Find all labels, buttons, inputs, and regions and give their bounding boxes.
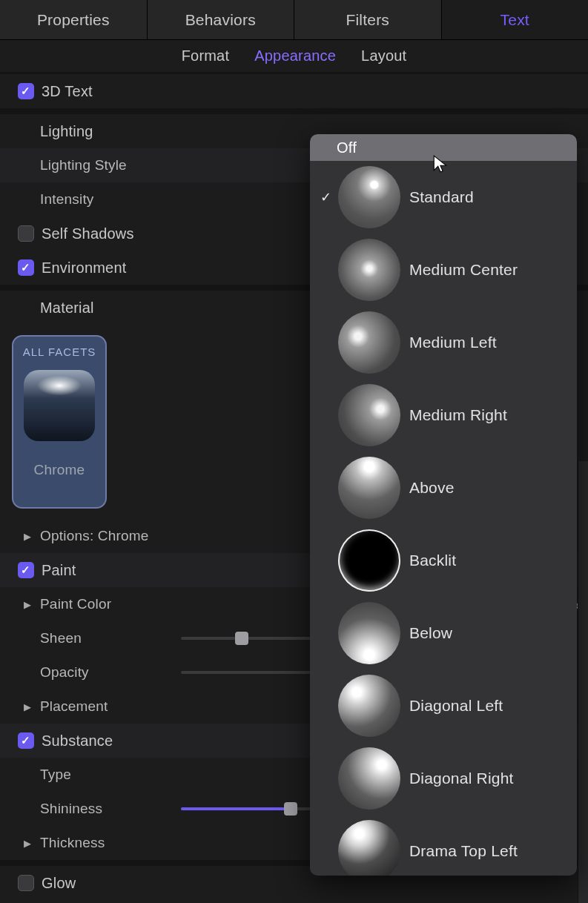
lighting-preview-sphere [338, 311, 400, 374]
label-substance: Substance [42, 732, 113, 750]
checkmark-icon: ✓ [317, 189, 335, 205]
popup-item-mcenter[interactable]: Medium Center [310, 234, 577, 306]
slider-opacity[interactable] [181, 671, 322, 674]
disclosure-icon: ▶ [22, 838, 33, 849]
text-subtabs: Format Appearance Layout [0, 40, 588, 74]
mouse-cursor-icon [432, 154, 451, 177]
lighting-preview-sphere [338, 166, 400, 228]
tab-filters[interactable]: Filters [294, 0, 442, 39]
popup-item-label: Below [409, 624, 452, 642]
material-well[interactable]: ALL FACETS Chrome [12, 335, 107, 509]
checkbox-self-shadows[interactable] [18, 225, 34, 242]
material-name: Chrome [34, 462, 85, 478]
checkbox-glow[interactable] [18, 875, 34, 891]
popup-item-above[interactable]: Above [310, 452, 577, 524]
lighting-style-popup: Off ✓StandardMedium CenterMedium LeftMed… [310, 134, 577, 876]
label-lighting-style: Lighting Style [40, 157, 127, 173]
popup-item-label: Above [409, 479, 455, 497]
slider-sheen[interactable] [181, 637, 322, 640]
popup-item-mleft[interactable]: Medium Left [310, 306, 577, 379]
popup-item-label: Off [337, 139, 357, 156]
slider-knob[interactable] [235, 632, 248, 645]
label-shininess: Shininess [40, 801, 181, 817]
popup-item-label: Diagonal Right [409, 770, 514, 787]
popup-item-below[interactable]: Below [310, 597, 577, 669]
right-edge-peek [578, 461, 588, 903]
label-sheen: Sheen [40, 630, 181, 646]
label-material: Material [40, 300, 94, 317]
material-thumbnail [24, 370, 95, 441]
popup-item-label: Medium Left [409, 334, 497, 351]
popup-item-label: Backlit [409, 552, 456, 569]
checkbox-substance[interactable] [18, 732, 34, 749]
label-paint: Paint [42, 562, 76, 579]
disclosure-icon: ▶ [22, 599, 33, 610]
subtab-layout[interactable]: Layout [361, 47, 406, 64]
subtab-format[interactable]: Format [182, 47, 230, 64]
label-glow: Glow [42, 875, 76, 892]
lighting-preview-sphere [338, 675, 400, 737]
lighting-preview-sphere [338, 820, 400, 876]
tab-text[interactable]: Text [442, 0, 589, 39]
tab-label: Properties [37, 11, 110, 29]
tab-label: Text [501, 11, 529, 29]
popup-item-mright[interactable]: Medium Right [310, 379, 577, 452]
label-self-shadows: Self Shadows [42, 225, 134, 242]
popup-item-label: Medium Center [409, 261, 518, 279]
subtab-appearance[interactable]: Appearance [254, 47, 336, 64]
checkbox-3d-text[interactable] [18, 83, 34, 99]
lighting-preview-sphere [338, 747, 400, 810]
popup-item-drama[interactable]: Drama Top Left [310, 815, 577, 876]
label-opacity: Opacity [40, 664, 181, 681]
divider [0, 108, 588, 114]
popup-item-dright[interactable]: Diagonal Right [310, 742, 577, 815]
label-thickness: Thickness [40, 835, 105, 851]
label-intensity: Intensity [40, 191, 203, 208]
label-placement: Placement [40, 698, 108, 715]
checkbox-environment[interactable] [18, 259, 34, 276]
lighting-preview-sphere [338, 239, 400, 301]
lighting-preview-sphere [338, 602, 400, 664]
slider-shininess[interactable] [181, 807, 322, 810]
label-type: Type [40, 767, 71, 783]
material-well-title: ALL FACETS [23, 337, 96, 361]
row-3d-text: 3D Text [0, 74, 588, 108]
lighting-preview-sphere [338, 457, 400, 519]
popup-item-label: Diagonal Left [409, 697, 503, 715]
tab-properties[interactable]: Properties [0, 0, 148, 39]
popup-item-label: Standard [409, 188, 474, 206]
lighting-preview-sphere [338, 529, 400, 592]
lighting-preview-sphere [338, 384, 400, 446]
checkbox-paint[interactable] [18, 562, 34, 578]
disclosure-icon: ▶ [22, 531, 33, 542]
tab-label: Filters [346, 11, 389, 29]
label-options-chrome: Options: Chrome [40, 528, 149, 544]
inspector-tabs: Properties Behaviors Filters Text [0, 0, 588, 40]
label-3d-text: 3D Text [42, 83, 93, 100]
popup-item-backlit[interactable]: Backlit [310, 524, 577, 597]
slider-knob[interactable] [284, 802, 297, 816]
popup-item-label: Medium Right [409, 406, 507, 424]
popup-item-label: Drama Top Left [409, 842, 518, 860]
label-environment: Environment [42, 259, 126, 277]
tab-label: Behaviors [185, 11, 256, 29]
label-lighting: Lighting [40, 123, 93, 140]
disclosure-icon: ▶ [22, 701, 33, 712]
popup-item-dleft[interactable]: Diagonal Left [310, 669, 577, 742]
tab-behaviors[interactable]: Behaviors [148, 0, 295, 39]
